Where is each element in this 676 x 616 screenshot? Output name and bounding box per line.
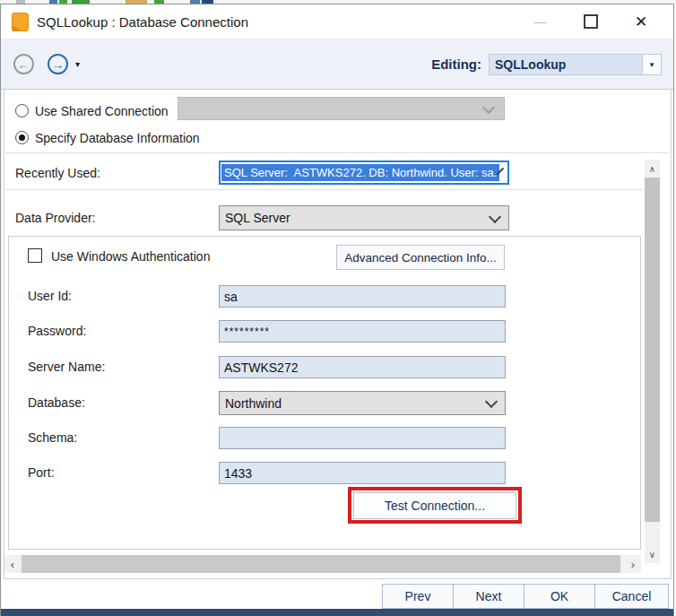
scroll-left-icon: ‹ xyxy=(11,558,14,571)
server-name-field[interactable] xyxy=(219,356,506,378)
schema-label: Schema: xyxy=(28,430,77,445)
data-provider-combobox[interactable]: SQL Server xyxy=(219,205,509,230)
next-button[interactable]: Next xyxy=(453,584,524,609)
schema-field[interactable] xyxy=(219,427,506,449)
chevron-down-icon: ▾ xyxy=(650,60,654,69)
server-name-label: Server Name: xyxy=(28,360,105,374)
horizontal-scrollbar-thumb[interactable] xyxy=(22,555,620,573)
window-bottom-border xyxy=(1,609,673,616)
editing-combobox-value: SQLLookup xyxy=(490,57,642,72)
dialog-content: Use Shared Connection Specify Database I… xyxy=(1,90,673,609)
app-icon xyxy=(12,13,29,31)
chevron-down-icon xyxy=(489,210,501,222)
ok-button-label: OK xyxy=(550,589,568,603)
shared-connection-combobox xyxy=(178,97,505,120)
nav-toolbar: ← → ▾ Editing: SQLLookup ▾ xyxy=(1,39,673,90)
scroll-down-button[interactable]: ∨ xyxy=(645,545,660,563)
advanced-connection-info-label: Advanced Connection Info... xyxy=(344,251,497,265)
back-button[interactable]: ← xyxy=(13,54,34,74)
port-label: Port: xyxy=(28,465,55,480)
dialog-window: SQLLookup : Database Connection — ✕ ← → … xyxy=(0,4,674,616)
vertical-scrollbar[interactable]: ∧ ∨ xyxy=(645,160,660,563)
scroll-right-button[interactable]: › xyxy=(625,555,641,573)
scroll-up-button[interactable]: ∧ xyxy=(645,160,660,178)
forward-button[interactable]: → xyxy=(48,54,68,74)
divider xyxy=(5,152,669,153)
scroll-left-button[interactable]: ‹ xyxy=(4,555,21,573)
chevron-down-icon xyxy=(482,100,495,113)
vertical-scrollbar-thumb[interactable] xyxy=(645,178,660,522)
next-button-label: Next xyxy=(476,589,502,603)
test-connection-label: Test Connection... xyxy=(385,499,485,513)
radio-use-shared-connection-label: Use Shared Connection xyxy=(35,104,169,118)
data-provider-label: Data Provider: xyxy=(15,211,95,225)
minimize-icon: — xyxy=(534,14,547,29)
minimize-button[interactable]: — xyxy=(516,4,566,39)
forward-dropdown-button[interactable]: ▾ xyxy=(75,59,80,69)
windows-authentication-label: Use Windows Authentication xyxy=(51,249,210,264)
recently-used-value: SQL Server: ASTWKS272. DB: Northwind. Us… xyxy=(221,164,499,181)
data-provider-value: SQL Server xyxy=(220,211,490,225)
cancel-button[interactable]: Cancel xyxy=(594,584,669,609)
advanced-connection-info-button[interactable]: Advanced Connection Info... xyxy=(336,245,505,270)
radio-use-shared-connection[interactable] xyxy=(15,104,29,117)
window-controls: — ✕ xyxy=(516,4,666,39)
port-field[interactable] xyxy=(219,462,506,484)
cancel-button-label: Cancel xyxy=(612,589,652,603)
editing-combobox[interactable]: SQLLookup ▾ xyxy=(489,54,662,75)
maximize-button[interactable] xyxy=(566,4,616,39)
scroll-right-icon: › xyxy=(631,558,635,571)
divider xyxy=(5,189,643,190)
password-label: Password: xyxy=(28,324,86,338)
horizontal-scrollbar[interactable]: ‹ › xyxy=(4,555,641,573)
maximize-icon xyxy=(584,14,598,29)
database-value: Northwind xyxy=(220,396,487,411)
database-label: Database: xyxy=(28,395,85,410)
user-id-field[interactable] xyxy=(219,285,506,308)
close-icon: ✕ xyxy=(635,13,647,31)
ok-button[interactable]: OK xyxy=(524,584,595,609)
editing-dropdown-button[interactable]: ▾ xyxy=(642,55,661,74)
chevron-down-icon: ▾ xyxy=(75,59,80,69)
window-title: SQLLookup : Database Connection xyxy=(37,14,248,30)
user-id-label: User Id: xyxy=(28,289,72,303)
title-bar: SQLLookup : Database Connection — ✕ xyxy=(1,4,673,39)
chevron-down-icon xyxy=(485,395,498,408)
recently-used-combobox[interactable]: SQL Server: ASTWKS272. DB: Northwind. Us… xyxy=(219,161,509,185)
scroll-down-icon: ∨ xyxy=(649,550,655,560)
test-connection-button[interactable]: Test Connection... xyxy=(353,492,516,519)
radio-specify-database-information[interactable] xyxy=(15,131,29,144)
back-icon: ← xyxy=(18,57,30,72)
prev-button[interactable]: Prev xyxy=(382,584,454,609)
prev-button-label: Prev xyxy=(405,589,431,603)
close-button[interactable]: ✕ xyxy=(616,4,666,39)
editing-label: Editing: xyxy=(431,56,481,72)
radio-specify-database-information-label: Specify Database Information xyxy=(35,131,200,145)
recently-used-label: Recently Used: xyxy=(15,166,100,180)
scroll-up-icon: ∧ xyxy=(649,164,655,174)
windows-authentication-checkbox[interactable] xyxy=(28,248,42,263)
forward-icon: → xyxy=(52,57,65,72)
password-field[interactable] xyxy=(219,320,506,343)
editing-area: Editing: SQLLookup ▾ xyxy=(431,54,673,75)
database-combobox[interactable]: Northwind xyxy=(219,391,506,415)
